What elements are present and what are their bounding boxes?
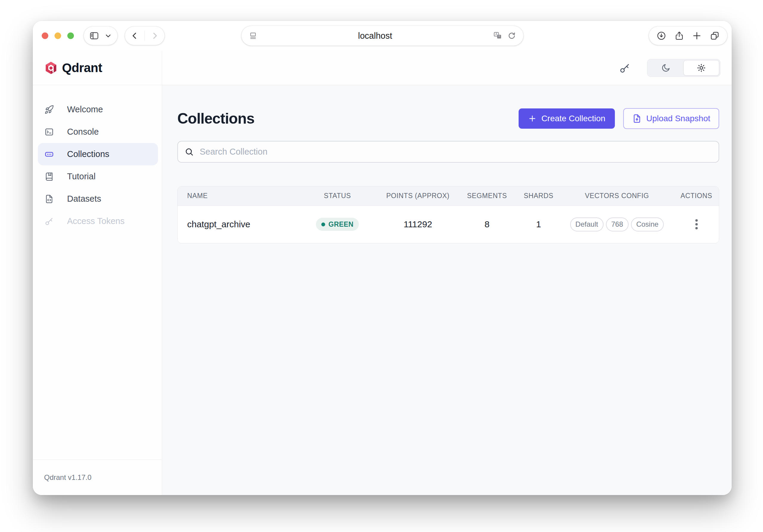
terminal-icon [45, 127, 54, 137]
search-input[interactable] [199, 146, 712, 157]
chevron-down-icon[interactable] [104, 32, 112, 40]
sidebar-footer: Qdrant v1.17.0 [33, 460, 162, 495]
sidebar: Qdrant Welcome [33, 50, 162, 495]
column-header-points: POINTS (APPROX) [378, 187, 458, 206]
new-tab-icon[interactable] [692, 31, 702, 41]
column-header-name: NAME [178, 187, 297, 206]
brand-name: Qdrant [62, 61, 102, 75]
sidebar-item-console[interactable]: Console [38, 121, 158, 143]
panel-left-icon[interactable] [89, 31, 99, 41]
sun-icon [697, 63, 706, 73]
collections-table-card: NAME STATUS POINTS (APPROX) SEGMENTS SHA… [177, 186, 719, 243]
svg-text:*: * [498, 35, 499, 39]
desktop: localhost A * [0, 0, 763, 532]
dark-mode-button[interactable] [648, 60, 684, 76]
row-actions-menu-icon[interactable] [693, 217, 700, 232]
collections-table: NAME STATUS POINTS (APPROX) SEGMENTS SHA… [178, 187, 719, 243]
column-header-status: STATUS [297, 187, 378, 206]
translate-icon[interactable]: A * [493, 31, 502, 41]
reload-icon[interactable] [507, 31, 516, 40]
status-badge: GREEN [316, 218, 359, 231]
vector-config-chip: 768 [606, 218, 629, 231]
forward-button[interactable] [145, 27, 164, 45]
column-header-vectors-config: VECTORS CONFIG [561, 187, 673, 206]
sidebar-nav: Welcome Console [33, 85, 162, 232]
version-label: Qdrant v1.17.0 [44, 473, 91, 482]
file-code-icon [45, 194, 54, 204]
page-actions: Create Collection [519, 108, 719, 129]
brand[interactable]: Qdrant [33, 50, 162, 85]
collection-name[interactable]: chatgpt_archive [187, 219, 250, 229]
plus-icon [528, 114, 536, 123]
table-row[interactable]: chatgpt_archive GREEN [178, 206, 719, 243]
book-icon [45, 172, 54, 181]
browser-sidebar-controls [84, 27, 117, 45]
table-header-row: NAME STATUS POINTS (APPROX) SEGMENTS SHA… [178, 187, 719, 206]
light-mode-button[interactable] [684, 60, 719, 76]
share-icon[interactable] [674, 31, 684, 41]
file-upload-icon [632, 114, 642, 123]
rocket-icon [45, 105, 54, 114]
url-text[interactable]: localhost [258, 31, 493, 41]
sidebar-item-label: Welcome [67, 105, 103, 114]
traffic-lights [42, 21, 74, 50]
upload-snapshot-button[interactable]: Upload Snapshot [623, 108, 719, 129]
moon-icon [661, 63, 671, 73]
collections-page: Collections Create Collection [162, 85, 732, 495]
collections-icon [45, 149, 54, 159]
browser-history-controls [125, 27, 164, 45]
back-button[interactable] [125, 27, 145, 45]
main-area: Collections Create Collection [162, 50, 732, 495]
sidebar-item-tutorial[interactable]: Tutorial [38, 165, 158, 188]
shards-value: 1 [536, 219, 541, 229]
segments-value: 8 [485, 219, 490, 229]
api-key-icon[interactable] [618, 61, 631, 74]
vector-config-chip: Default [570, 218, 603, 231]
qdrant-logo-icon [44, 60, 58, 75]
zoom-window-button[interactable] [67, 33, 74, 39]
column-header-actions: ACTIONS [673, 187, 719, 206]
sidebar-item-label: Console [67, 127, 99, 137]
page-format-icon[interactable] [249, 31, 258, 40]
column-header-segments: SEGMENTS [458, 187, 516, 206]
browser-window: localhost A * [33, 21, 732, 495]
key-icon [45, 217, 54, 226]
address-bar-right-icons: A * [493, 31, 516, 41]
browser-action-buttons [649, 27, 727, 45]
browser-toolbar: localhost A * [33, 21, 732, 50]
points-value: 111292 [403, 219, 432, 229]
close-window-button[interactable] [42, 33, 48, 39]
sidebar-item-collections[interactable]: Collections [38, 143, 158, 165]
sidebar-item-access-tokens[interactable]: Access Tokens [38, 210, 158, 232]
downloads-icon[interactable] [656, 31, 666, 41]
sidebar-item-datasets[interactable]: Datasets [38, 188, 158, 210]
svg-text:A: A [495, 33, 497, 36]
tabs-overview-icon[interactable] [709, 31, 720, 41]
status-label: GREEN [328, 221, 354, 228]
create-collection-button[interactable]: Create Collection [519, 108, 615, 129]
page-title: Collections [177, 110, 254, 127]
sidebar-item-label: Access Tokens [67, 216, 125, 226]
address-bar[interactable]: localhost A * [241, 26, 523, 45]
status-dot-icon [321, 222, 325, 226]
page-title-row: Collections Create Collection [177, 108, 719, 129]
sidebar-item-label: Tutorial [67, 172, 96, 181]
search-icon [184, 147, 194, 157]
app-header [162, 50, 732, 85]
upload-snapshot-label: Upload Snapshot [646, 114, 710, 123]
sidebar-item-label: Datasets [67, 194, 101, 204]
vectors-config-chips: Default 768 Cosine [570, 218, 664, 231]
vector-config-chip: Cosine [631, 218, 664, 231]
create-collection-label: Create Collection [541, 114, 605, 123]
column-header-shards: SHARDS [516, 187, 561, 206]
sidebar-spacer [33, 232, 162, 460]
qdrant-app: Qdrant Welcome [33, 50, 732, 495]
search-collection-box [177, 141, 719, 163]
minimize-window-button[interactable] [54, 33, 61, 39]
theme-toggle [647, 59, 720, 77]
sidebar-item-label: Collections [67, 149, 109, 159]
sidebar-item-welcome[interactable]: Welcome [38, 98, 158, 121]
